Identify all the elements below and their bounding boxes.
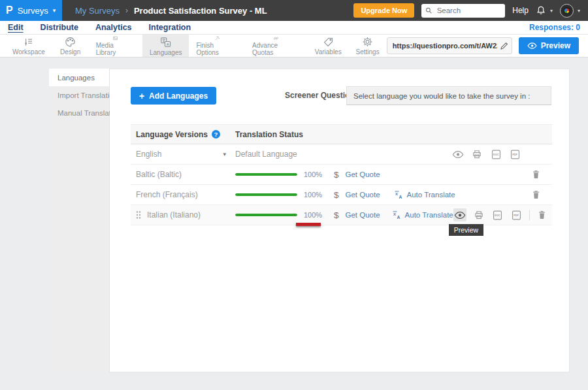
delete-trash-icon[interactable]	[529, 168, 542, 181]
image-icon	[110, 36, 121, 41]
auto-translate-link[interactable]: XA Auto Translate	[394, 190, 455, 200]
status-cell: 100% $ Get Quote XA Auto Translate Previ…	[235, 208, 552, 221]
red-highlight-marker	[296, 223, 321, 226]
add-languages-label: Add Languages	[149, 91, 208, 101]
preview-button[interactable]: Preview	[519, 37, 579, 54]
tab-edit[interactable]: Edit	[8, 23, 24, 32]
delete-trash-icon[interactable]	[529, 188, 542, 201]
tab-analytics[interactable]: Analytics	[95, 23, 132, 32]
product-switcher[interactable]: P Surveys ▾	[0, 0, 62, 21]
tab-integration[interactable]: Integration	[149, 23, 191, 32]
toolbar-item-variables[interactable]: Variables	[308, 35, 349, 57]
toolbar-item-finish-options[interactable]: Finish Options	[189, 35, 245, 57]
notifications-bell-icon[interactable]	[536, 5, 546, 16]
toolbar-item-design[interactable]: Design	[52, 35, 89, 57]
language-name-cell: Baltic (Baltic)	[131, 170, 235, 179]
top-bar: P Surveys ▾ My Surveys › Product Satisfa…	[0, 0, 588, 21]
bell-caret-icon[interactable]: ▾	[550, 8, 553, 14]
get-quote-link[interactable]: Get Quote	[346, 211, 380, 219]
language-dropdown-english[interactable]: English ▾	[131, 150, 235, 159]
responses-count[interactable]: Responses: 0	[529, 23, 588, 32]
auto-translate-label: Auto Translate	[407, 191, 455, 199]
table-row-baltic: Baltic (Baltic) 100% $ Get Quote	[131, 165, 552, 185]
sidebar-item-manual-translations[interactable]: Manual Translations	[49, 104, 109, 122]
toolbar-item-label: Workspace	[12, 48, 45, 56]
survey-url-box[interactable]: https://questionpro.com/t/AW22Zd1S1	[387, 37, 512, 54]
translation-percent: 100%	[304, 211, 326, 219]
caret-down-icon: ▾	[53, 8, 56, 14]
tag-icon	[323, 37, 334, 47]
toolbar-item-label: Languages	[150, 49, 182, 56]
preview-eye-icon[interactable]	[451, 148, 465, 161]
search-icon	[425, 7, 432, 14]
export-pdf-icon[interactable]: PDF	[508, 148, 521, 161]
search-input[interactable]	[436, 6, 502, 15]
svg-text:PDF: PDF	[512, 153, 517, 156]
print-icon[interactable]	[472, 208, 485, 221]
sidebar-item-import-translations[interactable]: Import Translations	[49, 86, 109, 104]
language-name-cell: French (Français)	[131, 190, 235, 199]
print-icon[interactable]	[470, 148, 483, 161]
dollar-icon[interactable]: $	[334, 210, 339, 220]
workspace-icon	[23, 37, 34, 47]
toolbar-item-label: Variables	[315, 48, 342, 56]
svg-text:A: A	[167, 42, 169, 46]
tab-distribute[interactable]: Distribute	[41, 23, 78, 32]
delete-trash-icon[interactable]	[536, 208, 549, 221]
topbar-right-group: Upgrade Now Help ▾ ▾	[353, 3, 588, 18]
toolbar-item-media-library[interactable]: Media Library	[89, 35, 142, 57]
user-avatar[interactable]	[560, 4, 574, 18]
questionpro-logo-icon: P	[6, 5, 13, 16]
export-doc-icon[interactable]: DOC	[489, 148, 502, 161]
dollar-icon[interactable]: $	[334, 190, 339, 200]
export-pdf-icon[interactable]: PDF	[510, 208, 523, 221]
edit-url-pencil-icon[interactable]	[497, 42, 508, 50]
toolbar-item-languages[interactable]: XA Languages	[142, 35, 189, 57]
language-name: Baltic (Baltic)	[136, 170, 182, 179]
drag-handle-icon[interactable]	[135, 210, 142, 219]
language-name: Italian (Italiano)	[147, 210, 201, 219]
caret-down-icon: ▾	[223, 152, 226, 157]
breadcrumb: My Surveys › Product Satisfaction Survey…	[75, 6, 267, 16]
search-box[interactable]	[421, 4, 505, 18]
toolbar-item-label: Design	[60, 48, 80, 56]
add-languages-button[interactable]: + Add Languages	[131, 87, 216, 105]
breadcrumb-parent[interactable]: My Surveys	[75, 6, 120, 16]
plus-icon: +	[139, 91, 144, 101]
dollar-icon[interactable]: $	[334, 170, 339, 180]
get-quote-link[interactable]: Get Quote	[346, 171, 382, 178]
translation-progress-bar	[235, 193, 297, 196]
languages-table: Language Versions ? Translation Status E…	[131, 124, 552, 225]
toolbar-item-label: Finish Options	[196, 42, 238, 56]
status-cell: 100% $ Get Quote	[235, 168, 552, 181]
translate-icon: XA	[160, 37, 171, 48]
toolbar-item-advance-quotas[interactable]: Advance Quotas	[245, 35, 308, 57]
header-language-versions-label: Language Versions	[136, 130, 208, 139]
row-actions: Preview DOC PDF	[453, 208, 549, 221]
svg-text:DOC: DOC	[495, 214, 500, 217]
sidebar-item-languages[interactable]: Languages	[49, 69, 109, 86]
palette-icon	[65, 37, 76, 47]
row-actions	[529, 168, 542, 181]
toolbar-item-settings[interactable]: Settings	[349, 35, 387, 57]
get-quote-link[interactable]: Get Quote	[346, 191, 382, 199]
screener-question-select[interactable]: Select language you would like to take t…	[346, 86, 551, 105]
translation-progress-bar	[235, 173, 297, 176]
preview-tooltip: Preview	[449, 224, 483, 236]
upgrade-now-button[interactable]: Upgrade Now	[353, 3, 414, 18]
preview-button-label: Preview	[541, 41, 570, 50]
magic-wand-icon	[212, 36, 223, 41]
table-row-english: English ▾ Default Language DOC PDF	[131, 144, 552, 165]
toolbar-item-workspace[interactable]: Workspace	[5, 35, 52, 57]
row-actions: DOC PDF	[451, 148, 521, 161]
status-cell: 100% $ Get Quote XA Auto Translate	[235, 188, 552, 201]
translation-progress-bar	[235, 214, 297, 216]
svg-text:PDF: PDF	[514, 214, 519, 217]
preview-eye-icon[interactable]: Preview	[453, 208, 466, 221]
export-doc-icon[interactable]: DOC	[491, 208, 504, 221]
avatar-gauge-icon	[563, 7, 570, 14]
help-icon[interactable]: ?	[212, 130, 220, 138]
auto-translate-link[interactable]: XA Auto Translate	[392, 210, 453, 220]
help-link[interactable]: Help	[512, 6, 529, 15]
avatar-caret-icon[interactable]: ▾	[578, 8, 580, 14]
